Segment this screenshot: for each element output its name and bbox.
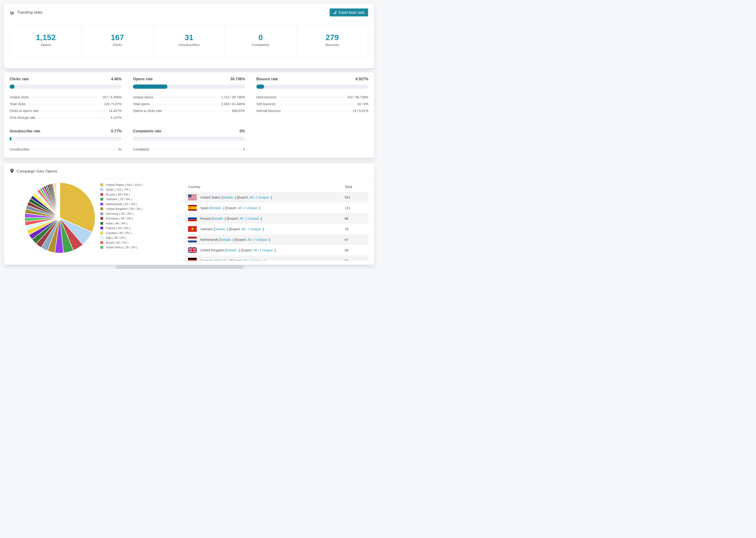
legend-item-united-kingdom[interactable]: United Kingdom ( 59 / 3% ) (100, 207, 185, 211)
legend-swatch (100, 222, 103, 225)
rate-detail-row: Unique clicks167 / 4.456% (10, 94, 122, 101)
dotted-leader (164, 111, 230, 111)
total-cell: 541 (341, 192, 368, 202)
export-all-link[interactable]: All › (238, 206, 244, 210)
legend-item-france[interactable]: France ( 42 / 2% ) (100, 226, 185, 231)
page-title: Tracking stats (17, 10, 42, 15)
legend-label: Italy ( 36 / 2% ) (106, 236, 126, 240)
total-cell: 59 (341, 245, 368, 255)
geo-header: Campaign Geo Opens (4, 163, 374, 179)
table-row-ru: Russia [Details ›] [Export: All › / Uniq… (185, 213, 368, 224)
rate-value: 0.77% (111, 129, 122, 133)
legend-swatch (100, 232, 103, 235)
dotted-leader (38, 118, 108, 118)
legend-item-united-states[interactable]: United States ( 541 / 31% ) (100, 183, 185, 187)
country-cell-td: United Kingdom [Details ›] [Export: All … (185, 245, 341, 255)
legend-item-vietnam[interactable]: Vietnam ( 79 / 5% ) (100, 197, 185, 202)
rate-title: Complaints rate (133, 129, 161, 133)
legend-label: United Kingdom ( 59 / 3% ) (106, 207, 142, 211)
export-all-link[interactable]: All › (249, 195, 255, 199)
details-link[interactable]: Details › (216, 259, 229, 261)
country-name: Germany (200, 259, 215, 261)
rate-detail-label: Internal bounces (256, 108, 281, 114)
legend-label: Romania ( 49 / 3% ) (106, 217, 133, 220)
rate-detail-value: 18 / 0% (357, 101, 368, 108)
details-link[interactable]: Details › (223, 195, 235, 199)
legend-item-italy[interactable]: Italy ( 36 / 2% ) (100, 236, 185, 241)
progress-bar (133, 84, 245, 89)
export-all-link[interactable]: All › (243, 259, 249, 261)
export-basic-stats-button[interactable]: Export basic stats (330, 9, 368, 17)
country-name: Vietnam (200, 227, 214, 231)
dotted-leader (28, 104, 102, 104)
stat-value: 0 (225, 33, 296, 42)
details-link[interactable]: Details › (212, 217, 225, 220)
export-unique-link[interactable]: Unique › (258, 195, 271, 199)
rate-block-bounce-rate: Bounce rate6.927%Hard bounces242 / 86.73… (256, 77, 368, 121)
export-unique-link[interactable]: Unique › (250, 227, 263, 231)
rate-value: 6.927% (356, 77, 368, 81)
rate-title: Clicks rate (10, 77, 28, 81)
column-header-country: Country (185, 182, 341, 192)
horizontal-scrollbar-thumb[interactable] (116, 266, 243, 269)
legend-item-spain[interactable]: Spain ( 121 / 7% ) (100, 187, 185, 192)
total-cell: 86 (341, 213, 368, 224)
legend-item-netherlands[interactable]: Netherlands ( 67 / 4% ) (100, 202, 185, 207)
legend-item-germany[interactable]: Germany ( 55 / 3% ) (100, 211, 185, 216)
export-all-link[interactable]: All › (247, 238, 253, 242)
geo-legend: United States ( 541 / 31% )Spain ( 121 /… (100, 182, 185, 250)
rate-detail-value: 0 (243, 146, 245, 153)
export-unique-link[interactable]: Unique › (262, 248, 275, 252)
table-row-vn: Vietnam [Details ›] [Export: All › / Uni… (185, 224, 368, 234)
progress-bar-fill (256, 84, 264, 89)
export-unique-link[interactable]: Unique › (248, 217, 261, 220)
country-links: United Kingdom [Details ›] [Export: All … (200, 248, 276, 252)
rate-detail-row: Total opens2,303 / 61.446% (133, 101, 245, 108)
country-cell-td: Netherlands [Details ›] [Export: All › /… (185, 234, 341, 245)
legend-item-brazil[interactable]: Brazil ( 33 / 2% ) (100, 240, 185, 245)
geo-table: Country Total United States [Details ›] … (185, 182, 368, 260)
legend-item-canada[interactable]: Canada ( 40 / 2% ) (100, 231, 185, 236)
legend-item-romania[interactable]: Romania ( 49 / 3% ) (100, 216, 185, 221)
details-link[interactable]: Details › (226, 248, 239, 252)
progress-bar-fill (10, 84, 15, 89)
country-links: United States [Details ›] [Export: All ›… (200, 195, 272, 199)
bar-chart-icon (10, 10, 15, 15)
total-cell: 79 (341, 224, 368, 234)
export-all-link[interactable]: All › (253, 248, 259, 252)
legend-label: Canada ( 40 / 2% ) (106, 231, 132, 235)
rate-detail-row: Internal bounces19 / 6.81% (256, 108, 368, 114)
stat-label: Unsubscribes (153, 43, 225, 47)
dotted-leader (31, 97, 100, 97)
export-unique-link[interactable]: Unique › (252, 259, 265, 261)
rate-detail-row: Complaints0 (133, 146, 245, 153)
stat-label: Bounces (297, 43, 368, 47)
flag-icon-vn (188, 226, 197, 232)
legend-label: Germany ( 55 / 3% ) (106, 212, 134, 215)
legend-swatch (100, 246, 103, 249)
legend-item-south-africa[interactable]: South Africa ( 29 / 2% ) (100, 245, 185, 250)
export-unique-link[interactable]: Unique › (246, 206, 259, 210)
details-link[interactable]: Details › (211, 206, 223, 210)
export-all-link[interactable]: All › (240, 217, 245, 220)
details-link[interactable]: Details › (215, 227, 227, 231)
rate-detail-row: Soft bounces18 / 0% (256, 101, 368, 108)
legend-item-russia[interactable]: Russia ( 86 / 5% ) (100, 192, 185, 197)
country-name: United Kingdom (200, 248, 225, 252)
export-unique-link[interactable]: Unique › (256, 238, 269, 242)
table-row-es: Spain [Details ›] [Export: All › / Uniqu… (185, 202, 368, 213)
rate-detail-value: 689.82% (232, 108, 245, 114)
legend-item-india[interactable]: India ( 46 / 3% ) (100, 221, 185, 226)
rate-title: Unsubscribe rate (10, 129, 40, 133)
details-link[interactable]: Details › (220, 238, 233, 242)
stat-value: 31 (153, 33, 225, 42)
export-all-link[interactable]: All › (242, 227, 247, 231)
rate-detail-value: 19 / 6.81% (352, 108, 368, 114)
country-links: Germany [Details ›] [Export: All › / Uni… (200, 259, 266, 261)
progress-bar (10, 84, 122, 89)
table-row-us: United States [Details ›] [Export: All ›… (185, 192, 368, 202)
export-icon (333, 11, 337, 14)
dotted-leader (156, 97, 219, 97)
rate-value: 0% (240, 129, 245, 133)
summary-stat: 167Clicks (81, 26, 153, 56)
